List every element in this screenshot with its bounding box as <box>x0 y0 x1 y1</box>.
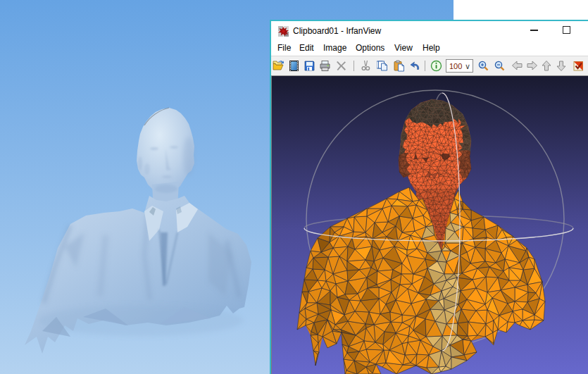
svg-text:c: c <box>285 31 287 37</box>
